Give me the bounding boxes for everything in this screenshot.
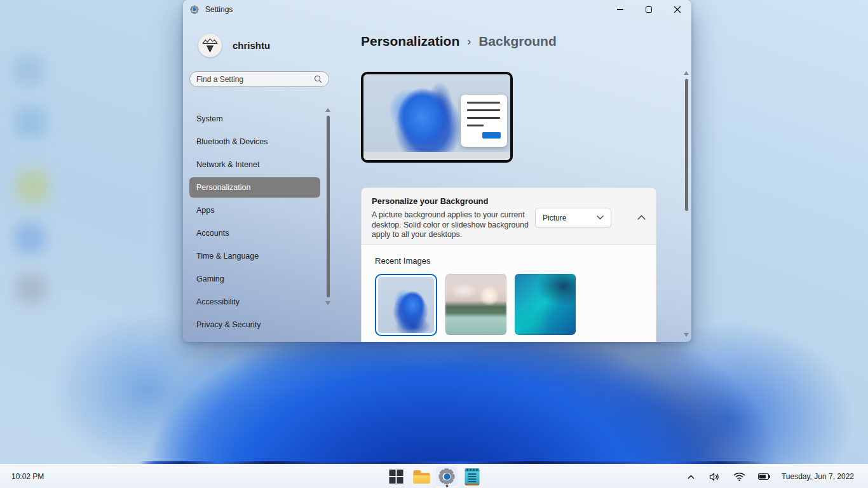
scroll-up-icon[interactable] xyxy=(325,108,330,112)
thumbnail-teal-abstract[interactable] xyxy=(515,274,576,335)
battery-button[interactable] xyxy=(752,464,775,488)
sidebar-item-time-language[interactable]: Time & Language xyxy=(189,246,320,266)
scrollbar-thumb[interactable] xyxy=(327,116,330,297)
desktop-icon-blur xyxy=(15,224,44,253)
search-icon xyxy=(314,75,322,83)
volume-icon xyxy=(709,471,721,482)
chevron-right-icon: › xyxy=(467,34,471,48)
maximize-button[interactable] xyxy=(634,0,663,19)
breadcrumb-personalization[interactable]: Personalization xyxy=(361,34,459,49)
settings-gear-icon xyxy=(438,468,456,485)
sidebar-item-privacy-security[interactable]: Privacy & Security xyxy=(189,315,320,335)
card-title: Personalize your Background xyxy=(372,196,646,206)
user-name: chrishtu xyxy=(233,40,270,51)
thumbnail-mountain-lake[interactable] xyxy=(445,274,506,335)
sidebar-item-apps[interactable]: Apps xyxy=(189,200,320,220)
scroll-up-icon[interactable] xyxy=(684,71,689,75)
preview-window-mockup xyxy=(461,95,507,147)
scroll-down-icon[interactable] xyxy=(325,301,330,305)
sidebar-item-system[interactable]: System xyxy=(189,109,320,129)
sidebar-item-personalization[interactable]: Personalization xyxy=(189,177,320,198)
recent-images-label: Recent Images xyxy=(375,256,642,266)
chevron-up-icon xyxy=(686,472,696,482)
taskbar: 10:02 PM xyxy=(0,464,868,488)
desktop-icon-blur xyxy=(17,274,46,302)
personalize-background-card: Personalize your Background A picture ba… xyxy=(361,187,656,342)
sidebar-item-accounts[interactable]: Accounts xyxy=(189,223,320,243)
chevron-down-icon xyxy=(597,215,604,220)
preview-accent-button xyxy=(482,132,501,139)
breadcrumb: Personalization › Background xyxy=(361,34,557,49)
taskbar-app-icons xyxy=(384,464,484,488)
desktop-icon-blur xyxy=(14,56,43,85)
running-indicator-dot xyxy=(445,485,448,487)
search-box xyxy=(189,71,329,87)
settings-window: Settings chrishtu System xyxy=(183,0,691,342)
minimize-button[interactable] xyxy=(606,0,634,19)
notepad-button[interactable] xyxy=(461,466,484,487)
thumbnail-windows-bloom-selected[interactable] xyxy=(375,274,437,336)
windows-start-icon xyxy=(389,470,403,484)
page-title: Background xyxy=(478,34,557,49)
maximize-icon xyxy=(646,6,652,13)
start-button[interactable] xyxy=(384,466,408,487)
preview-taskbar xyxy=(363,152,510,160)
search-input[interactable] xyxy=(196,75,314,84)
collapse-card-button[interactable] xyxy=(631,207,651,227)
thumbnail-image xyxy=(378,277,434,333)
sidebar-item-network-internet[interactable]: Network & Intenet xyxy=(189,154,320,175)
settings-gear-icon xyxy=(189,5,199,15)
scrollbar-thumb[interactable] xyxy=(685,79,688,211)
titlebar: Settings xyxy=(183,0,691,19)
close-button[interactable] xyxy=(663,0,691,19)
volume-button[interactable] xyxy=(702,464,727,488)
card-content: Recent Images xyxy=(361,245,656,342)
desktop-icon-blur xyxy=(15,107,46,137)
taskbar-date[interactable]: Tuesday, Jun 7, 2022 xyxy=(775,464,868,488)
close-icon xyxy=(674,6,681,13)
card-header: Personalize your Background A picture ba… xyxy=(361,187,656,245)
sidebar-nav: System Bluetooth & Devices Network & Int… xyxy=(189,109,320,337)
background-preview-monitor xyxy=(361,72,513,163)
main-scrollbar[interactable] xyxy=(682,71,691,337)
sidebar-item-bluetooth-devices[interactable]: Bluetooth & Devices xyxy=(189,132,320,152)
recent-images-row xyxy=(375,274,642,336)
wifi-icon xyxy=(733,471,745,482)
file-explorer-button[interactable] xyxy=(410,466,433,487)
avatar xyxy=(198,34,222,57)
battery-icon xyxy=(758,473,769,480)
notepad-icon xyxy=(465,468,480,485)
wifi-button[interactable] xyxy=(727,464,752,488)
scroll-down-icon[interactable] xyxy=(684,333,689,337)
card-description: A picture background applies to your cur… xyxy=(372,210,538,240)
sidebar-item-gaming[interactable]: Gaming xyxy=(189,269,320,289)
sidebar-scrollbar[interactable] xyxy=(323,108,332,338)
settings-taskbar-button[interactable] xyxy=(435,466,459,487)
taskbar-clock[interactable]: 10:02 PM xyxy=(11,464,44,488)
chevron-up-icon xyxy=(637,215,646,220)
tray-chevron-up-button[interactable] xyxy=(680,464,702,488)
system-tray: Tuesday, Jun 7, 2022 xyxy=(680,464,868,488)
minimize-icon xyxy=(617,9,623,10)
desktop-icon-blur xyxy=(17,170,48,203)
mountain-avatar-icon xyxy=(198,34,222,57)
user-account-row[interactable]: chrishtu xyxy=(198,34,270,57)
dropdown-value: Picture xyxy=(543,214,597,222)
sidebar-item-accessibility[interactable]: Accessibility xyxy=(189,292,320,312)
background-type-dropdown[interactable]: Picture xyxy=(535,208,611,227)
folder-icon xyxy=(413,470,430,484)
window-title: Settings xyxy=(205,5,233,14)
